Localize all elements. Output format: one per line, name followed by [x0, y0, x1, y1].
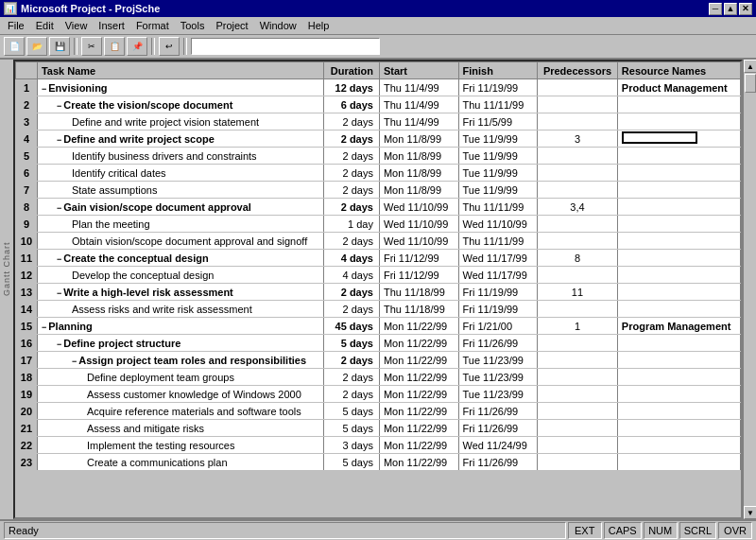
table-row[interactable]: 17−Assign project team roles and respons… — [16, 352, 741, 369]
table-row[interactable]: 20Acquire reference materials and softwa… — [16, 403, 741, 420]
cell-task-name[interactable]: State assumptions — [37, 182, 323, 199]
cell-finish[interactable]: Tue 11/9/99 — [458, 182, 538, 199]
cell-resource-names[interactable] — [617, 148, 740, 165]
cell-task-name[interactable]: −Create the vision/scope document — [37, 96, 323, 113]
cell-start[interactable]: Thu 11/18/99 — [379, 284, 458, 301]
cell-predecessors[interactable] — [538, 335, 618, 352]
cell-start[interactable]: Mon 11/22/99 — [379, 318, 458, 335]
cell-start[interactable]: Mon 11/22/99 — [379, 420, 458, 437]
scroll-track[interactable] — [744, 73, 756, 506]
cell-predecessors[interactable] — [538, 216, 618, 233]
toolbar-open[interactable]: 📂 — [26, 37, 47, 56]
cell-duration[interactable]: 3 days — [324, 437, 380, 454]
cell-start[interactable]: Mon 11/22/99 — [379, 369, 458, 386]
cell-predecessors[interactable] — [538, 113, 618, 131]
cell-resource-names[interactable] — [617, 420, 740, 437]
table-row[interactable]: 7State assumptions2 daysMon 11/8/99Tue 1… — [16, 182, 741, 199]
header-predecessors[interactable]: Predecessors — [538, 62, 618, 79]
cell-start[interactable]: Thu 11/4/99 — [379, 96, 458, 113]
cell-task-name[interactable]: −Assign project team roles and responsib… — [37, 352, 323, 369]
table-row[interactable]: 10Obtain vision/scope document approval … — [16, 233, 741, 250]
cell-duration[interactable]: 2 days — [324, 165, 380, 182]
cell-resource-names[interactable] — [617, 369, 740, 386]
cell-duration[interactable]: 2 days — [324, 386, 380, 403]
table-row[interactable]: 12Develop the conceptual design4 daysFri… — [16, 267, 741, 284]
cell-resource-names[interactable] — [617, 301, 740, 318]
cell-duration[interactable]: 5 days — [324, 403, 380, 420]
cell-start[interactable]: Wed 11/10/99 — [379, 199, 458, 216]
cell-start[interactable]: Mon 11/8/99 — [379, 131, 458, 148]
header-duration[interactable]: Duration — [324, 62, 380, 79]
cell-predecessors[interactable] — [538, 148, 618, 165]
cell-task-name[interactable]: Assess and mitigate risks — [37, 420, 323, 437]
cell-resource-names[interactable] — [617, 233, 740, 250]
table-row[interactable]: 16−Define project structure5 daysMon 11/… — [16, 335, 741, 352]
table-row[interactable]: 5Identify business drivers and constrain… — [16, 148, 741, 165]
cell-duration[interactable]: 2 days — [324, 199, 380, 216]
cell-resource-names[interactable] — [617, 165, 740, 182]
table-row[interactable]: 23Create a communications plan5 daysMon … — [16, 454, 741, 471]
cell-predecessors[interactable]: 11 — [538, 284, 618, 301]
cell-start[interactable]: Thu 11/4/99 — [379, 79, 458, 96]
cell-task-name[interactable]: Implement the testing resources — [37, 437, 323, 454]
table-row[interactable]: 9Plan the meeting1 dayWed 11/10/99Wed 11… — [16, 216, 741, 233]
menu-help[interactable]: Help — [302, 18, 335, 33]
toolbar-paste[interactable]: 📌 — [127, 37, 147, 56]
cell-duration[interactable]: 2 days — [324, 148, 380, 165]
cell-task-name[interactable]: Create a communications plan — [37, 454, 323, 471]
cell-start[interactable]: Mon 11/22/99 — [379, 386, 458, 403]
cell-task-name[interactable]: −Gain vision/scope document approval — [37, 199, 323, 216]
cell-predecessors[interactable] — [538, 369, 618, 386]
cell-resource-names[interactable] — [617, 199, 740, 216]
cell-resource-names[interactable] — [617, 216, 740, 233]
formula-bar[interactable] — [191, 38, 380, 55]
cell-task-name[interactable]: −Create the conceptual design — [37, 250, 323, 267]
toolbar-cut[interactable]: ✂ — [81, 37, 102, 56]
cell-duration[interactable]: 5 days — [324, 335, 380, 352]
table-row[interactable]: 14Assess risks and write risk assessment… — [16, 301, 741, 318]
cell-task-name[interactable]: Define deployment team groups — [37, 369, 323, 386]
cell-task-name[interactable]: Develop the conceptual design — [37, 267, 323, 284]
table-row[interactable]: 1−Envisioning12 daysThu 11/4/99Fri 11/19… — [16, 79, 741, 96]
cell-duration[interactable]: 4 days — [324, 250, 380, 267]
cell-predecessors[interactable]: 8 — [538, 250, 618, 267]
cell-task-name[interactable]: −Define project structure — [37, 335, 323, 352]
cell-duration[interactable]: 1 day — [324, 216, 380, 233]
cell-predecessors[interactable] — [538, 352, 618, 369]
cell-finish[interactable]: Wed 11/17/99 — [458, 267, 538, 284]
cell-task-name[interactable]: Obtain vision/scope document approval an… — [37, 233, 323, 250]
cell-duration[interactable]: 2 days — [324, 182, 380, 199]
cell-predecessors[interactable]: 3,4 — [538, 199, 618, 216]
cell-resource-names[interactable] — [617, 335, 740, 352]
cell-duration[interactable]: 2 days — [324, 369, 380, 386]
cell-duration[interactable]: 5 days — [324, 454, 380, 471]
menu-format[interactable]: Format — [130, 18, 175, 33]
cell-resource-names[interactable]: Program Management — [617, 318, 740, 335]
cell-task-name[interactable]: −Write a high-level risk assessment — [37, 284, 323, 301]
cell-duration[interactable]: 6 days — [324, 96, 380, 113]
table-row[interactable]: 3Define and write project vision stateme… — [16, 113, 741, 131]
cell-task-name[interactable]: −Define and write project scope — [37, 131, 323, 148]
toolbar-copy[interactable]: 📋 — [104, 37, 125, 56]
cell-finish[interactable]: Thu 11/11/99 — [458, 96, 538, 113]
cell-start[interactable]: Mon 11/8/99 — [379, 182, 458, 199]
cell-start[interactable]: Mon 11/8/99 — [379, 165, 458, 182]
menu-edit[interactable]: Edit — [30, 18, 60, 33]
cell-duration[interactable]: 2 days — [324, 131, 380, 148]
cell-duration[interactable]: 45 days — [324, 318, 380, 335]
cell-start[interactable]: Wed 11/10/99 — [379, 233, 458, 250]
cell-resource-names[interactable] — [617, 96, 740, 113]
cell-finish[interactable]: Fri 11/19/99 — [458, 301, 538, 318]
cell-resource-names[interactable] — [617, 113, 740, 131]
cell-resource-names[interactable] — [617, 454, 740, 471]
table-row[interactable]: 6Identify critical dates2 daysMon 11/8/9… — [16, 165, 741, 182]
cell-start[interactable]: Fri 11/12/99 — [379, 250, 458, 267]
cell-finish[interactable]: Fri 1/21/00 — [458, 318, 538, 335]
menu-insert[interactable]: Insert — [93, 18, 130, 33]
cell-task-name[interactable]: −Envisioning — [37, 79, 323, 96]
minimize-button[interactable]: ─ — [709, 3, 722, 15]
cell-task-name[interactable]: Assess risks and write risk assessment — [37, 301, 323, 318]
cell-predecessors[interactable]: 3 — [538, 131, 618, 148]
cell-start[interactable]: Mon 11/22/99 — [379, 437, 458, 454]
table-row[interactable]: 21Assess and mitigate risks5 daysMon 11/… — [16, 420, 741, 437]
